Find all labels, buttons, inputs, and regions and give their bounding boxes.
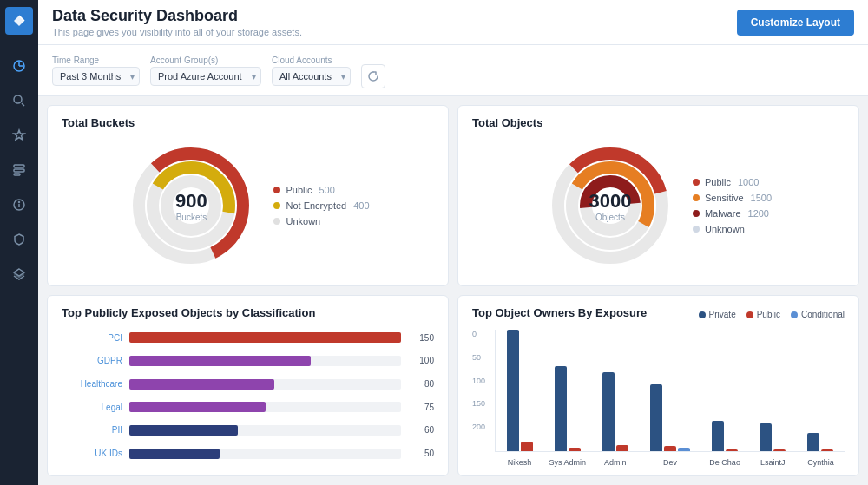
top-owners-card: Top Object Owners By Exposure PrivatePub… [457,295,859,476]
legend-dot [791,311,798,318]
total-buckets-sub: Buckets [175,213,207,222]
sidebar-icon-list[interactable] [3,154,35,186]
private-bar [807,433,819,451]
group-label: LsaintJ [760,458,786,467]
legend-item-unknown-obj: Unknown [693,224,772,234]
bar-group: Dev [650,384,690,451]
bar-row: PCI 150 [62,332,434,343]
legend-item-sensitive: Sensitive 1500 [693,193,772,203]
legend-text: Conditional [801,310,845,319]
svg-rect-3 [14,169,24,172]
header: Data Security Dashboard This page gives … [38,0,868,45]
bar-row: PII 60 [62,425,434,436]
bar-value: 100 [408,356,434,365]
legend-item: Conditional [791,310,845,319]
bar-label: UK IDs [62,449,122,458]
bar-fill [129,425,238,436]
legend-text: Private [709,310,736,319]
bar-fill [129,332,401,343]
bar-row: Healthcare 80 [62,379,434,390]
bar-track [129,379,401,390]
customize-layout-button[interactable]: Customize Layout [737,10,854,36]
legend-dot [746,311,753,318]
bars-area: NikeshSys AdminAdminDevDe ChaoLsaintJCyn… [495,330,845,452]
total-buckets-title: Total Buckets [62,116,434,129]
legend-item-public: Public 500 [273,185,369,195]
account-groups-select[interactable]: Prod Azure Account [150,67,261,86]
bar-group-inner [650,384,690,451]
legend-label-not-encrypted: Not Encrypted [286,200,346,211]
legend-text: Public [757,310,780,319]
legend-dot-public [273,187,280,193]
account-groups-label: Account Group(s) [150,56,261,65]
bar-row: UK IDs 50 [62,449,434,459]
account-groups-wrapper[interactable]: Prod Azure Account [150,67,261,86]
legend-dot-unknown-obj [693,226,700,233]
account-groups-filter: Account Group(s) Prod Azure Account [150,56,261,86]
y-axis-label: 200 [472,423,491,431]
legend-dot-unknown-buckets [273,218,280,225]
sidebar-icon-search[interactable] [3,85,35,116]
total-objects-sub: Objects [589,213,631,222]
page-title: Data Security Dashboard [52,7,302,25]
time-range-wrapper[interactable]: Past 3 Months [52,67,140,86]
y-axis-label: 50 [472,353,491,362]
total-buckets-chart-container: 900 Buckets Public 500 Not Encrypted 400 [62,136,434,275]
cloud-accounts-select[interactable]: All Accounts [272,67,351,86]
legend-item-unknown-buckets: Unkown [273,216,369,226]
total-objects-legend: Public 1000 Sensitive 1500 Malware 1200 [693,177,772,234]
sidebar-icon-dashboard[interactable] [3,50,35,82]
top-owners-chart: 200150100500 NikeshSys AdminAdminDevDe C… [472,330,845,473]
sidebar-icon-star[interactable] [3,120,35,151]
app-logo[interactable] [5,7,33,35]
svg-rect-4 [14,174,20,175]
sidebar-icon-info[interactable] [3,189,35,220]
refresh-button[interactable] [361,64,385,88]
bar-label: Legal [62,403,122,412]
sidebar [0,0,38,485]
group-label: Admin [604,458,627,467]
bar-fill [129,449,220,459]
y-axis-label: 150 [472,399,491,408]
bar-track [129,332,401,343]
private-bar [760,423,772,451]
legend-item-malware: Malware 1200 [693,208,772,219]
legend-item-not-encrypted: Not Encrypted 400 [273,200,369,211]
bar-group-inner [555,366,581,451]
legend-value-public-obj: 1000 [738,177,759,187]
group-label: Cynthia [807,458,834,467]
bar-group-inner [807,433,833,451]
legend-dot-public-obj [693,179,700,186]
svg-point-6 [19,202,20,203]
sidebar-icon-layers[interactable] [3,259,35,290]
header-left: Data Security Dashboard This page gives … [52,7,302,37]
bar-label: PCI [62,333,122,343]
bar-group: Cynthia [807,433,833,451]
main-content: Data Security Dashboard This page gives … [38,0,868,485]
public-bar [726,449,738,451]
bar-group-inner [602,372,628,451]
bar-label: GDPR [62,356,122,365]
public-bar [521,442,533,451]
top-owners-legend: PrivatePublicConditional [699,310,845,319]
bar-value: 50 [408,449,434,458]
private-bar [555,366,567,451]
legend-value-public: 500 [319,185,334,195]
sidebar-icon-shield[interactable] [3,224,35,255]
bar-fill [129,402,266,412]
top-exposed-chart: PCI 150 GDPR 100 Healthcare 80 Legal 75 … [62,326,434,465]
dashboard-grid: Total Buckets 900 Bucke [38,96,868,485]
group-label: Sys Admin [549,458,586,467]
time-range-select[interactable]: Past 3 Months [52,67,140,86]
bar-group-inner [507,330,533,451]
bar-value: 60 [408,425,434,435]
public-bar [773,449,786,451]
cloud-accounts-wrapper[interactable]: All Accounts [272,67,351,86]
bar-fill [129,379,274,390]
bar-value: 150 [408,333,434,343]
total-objects-number: 3000 [589,190,631,213]
bar-group: LsaintJ [760,423,786,451]
bar-row: Legal 75 [62,402,434,412]
total-objects-label: 3000 Objects [589,190,631,222]
svg-rect-2 [14,165,24,167]
